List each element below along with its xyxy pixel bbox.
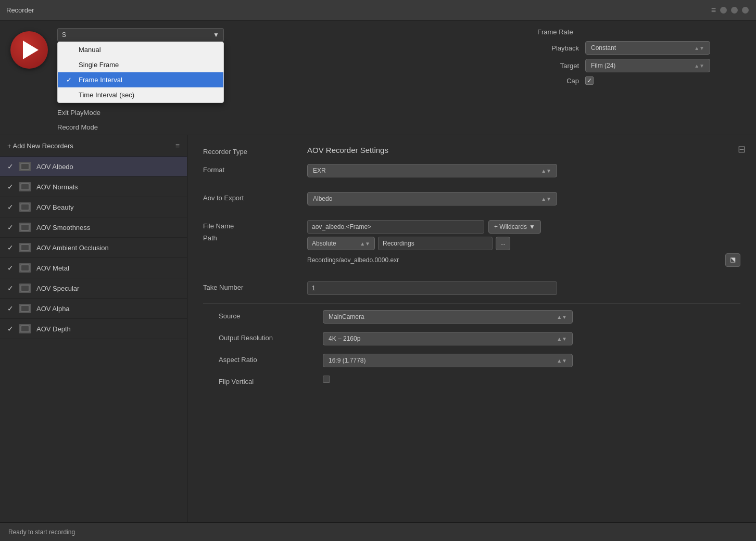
take-number-input[interactable]: [307, 281, 557, 295]
target-dropdown[interactable]: Film (24) ▲▼: [585, 59, 710, 72]
playback-arrow: ▲▼: [694, 45, 704, 51]
dropdown-item-manual[interactable]: Manual: [58, 42, 223, 57]
aov-export-value-area: Albedo ▲▼: [307, 192, 740, 205]
flip-vertical-value-area: [323, 376, 740, 383]
recorder-checkbox[interactable]: ✓: [7, 304, 14, 313]
status-bar: Ready to start recording: [0, 522, 756, 541]
recorder-label: AOV Alpha: [36, 305, 70, 313]
svg-rect-11: [21, 265, 29, 270]
settings-icon[interactable]: ⊟: [738, 144, 746, 155]
playback-label: Playback: [537, 44, 579, 52]
recorder-item[interactable]: ✓ AOV Albedo: [0, 157, 187, 177]
dropdown-item-frame-interval[interactable]: ✓ Frame Interval: [58, 72, 223, 87]
source-value-area: MainCamera ▲▼: [323, 310, 740, 324]
wildcards-button[interactable]: + Wildcards ▼: [488, 220, 541, 234]
browse-button[interactable]: ...: [496, 237, 510, 250]
take-number-label: Take Number: [203, 281, 307, 291]
main-content: + Add New Recorders ≡ ✓ AOV Albedo ✓ AOV: [0, 135, 756, 522]
dropdown-label-manual: Manual: [79, 46, 101, 54]
cap-row: Cap ✓: [537, 76, 735, 85]
recorder-item[interactable]: ✓ AOV Specular: [0, 278, 187, 299]
take-number-row: Take Number: [203, 281, 740, 295]
recorder-checkbox[interactable]: ✓: [7, 243, 14, 252]
source-label: Source: [219, 310, 323, 320]
flip-vertical-checkbox[interactable]: [323, 376, 330, 383]
exit-playmode-label: Exit PlayMode: [57, 107, 100, 119]
recorder-checkbox[interactable]: ✓: [7, 162, 14, 171]
recorder-item[interactable]: ✓ AOV Metal: [0, 258, 187, 278]
full-path-text: Recordings/aov_albedo.0000.exr: [307, 256, 722, 264]
recorder-checkbox[interactable]: ✓: [7, 264, 14, 272]
title-bar: Recorder ≡: [0, 0, 756, 21]
wildcards-arrow: ▼: [529, 223, 535, 230]
file-name-row: File Name Path + Wildcards ▼ Absolute ▲▼: [203, 220, 740, 267]
recorder-checkbox[interactable]: ✓: [7, 223, 14, 231]
dropdown-item-time-interval[interactable]: Time Interval (sec): [58, 87, 223, 102]
recorder-list: ✓ AOV Albedo ✓ AOV Normals ✓: [0, 157, 187, 339]
output-resolution-dropdown[interactable]: 4K – 2160p ▲▼: [323, 332, 573, 345]
recorder-item[interactable]: ✓ AOV Beauty: [0, 197, 187, 217]
record-mode-input-display[interactable]: S ▼: [57, 28, 224, 42]
file-name-input[interactable]: [307, 220, 484, 234]
cap-check-icon: ✓: [587, 77, 592, 84]
target-label: Target: [537, 62, 579, 70]
recorder-label: AOV Normals: [36, 183, 78, 191]
dropdown-item-single-frame[interactable]: Single Frame: [58, 57, 223, 72]
recorder-checkbox[interactable]: ✓: [7, 203, 14, 211]
aspect-ratio-dropdown[interactable]: 16:9 (1.7778) ▲▼: [323, 354, 573, 367]
path-type-dropdown[interactable]: Absolute ▲▼: [307, 237, 375, 250]
aov-export-row: Aov to Export Albedo ▲▼: [203, 192, 740, 205]
source-arrow: ▲▼: [557, 314, 567, 320]
close-button[interactable]: [742, 7, 749, 14]
output-resolution-arrow: ▲▼: [557, 336, 567, 342]
add-new-recorders-label[interactable]: + Add New Recorders: [7, 142, 73, 150]
playback-value: Constant: [591, 44, 616, 51]
aov-export-arrow: ▲▼: [541, 196, 551, 202]
file-name-input-row: + Wildcards ▼: [307, 220, 740, 234]
recorder-item[interactable]: ✓ AOV Smoothness: [0, 217, 187, 238]
aspect-ratio-row: Aspect Ratio 16:9 (1.7778) ▲▼: [219, 354, 740, 367]
output-resolution-row: Output Resolution 4K – 2160p ▲▼: [219, 332, 740, 345]
recorder-type-row: Recorder Type AOV Recorder Settings: [203, 146, 740, 156]
source-dropdown[interactable]: MainCamera ▲▼: [323, 310, 573, 324]
open-folder-button[interactable]: ⬔: [725, 253, 740, 267]
recorder-item[interactable]: ✓ AOV Alpha: [0, 299, 187, 319]
format-value-area: EXR ▲▼: [307, 164, 740, 177]
playback-dropdown[interactable]: Constant ▲▼: [585, 41, 710, 55]
aspect-ratio-value: 16:9 (1.7778): [329, 357, 366, 364]
menu-icon[interactable]: ≡: [711, 6, 716, 15]
format-dropdown[interactable]: EXR ▲▼: [307, 164, 557, 177]
play-button[interactable]: [10, 31, 48, 69]
path-type-arrow: ▲▼: [360, 241, 370, 247]
record-mode-value: S: [62, 31, 66, 38]
svg-rect-3: [21, 184, 29, 189]
wildcards-label: + Wildcards: [494, 223, 527, 230]
window-title: Recorder: [6, 6, 34, 14]
format-arrow: ▲▼: [541, 168, 551, 174]
recorder-checkbox[interactable]: ✓: [7, 325, 14, 333]
record-mode-area: S ▼ Manual Single Frame ✓ Frame In: [57, 28, 245, 133]
recorder-label: AOV Ambient Occlusion: [36, 244, 109, 252]
recorder-checkbox[interactable]: ✓: [7, 284, 14, 292]
aspect-ratio-label: Aspect Ratio: [219, 354, 323, 364]
source-row: Source MainCamera ▲▼: [219, 310, 740, 324]
frame-rate-section: Frame Rate Playback Constant ▲▼ Target F…: [537, 28, 735, 89]
recorder-item[interactable]: ✓ AOV Depth: [0, 319, 187, 339]
recorder-item[interactable]: ✓ AOV Ambient Occlusion: [0, 238, 187, 258]
svg-rect-17: [21, 326, 29, 331]
cap-checkbox[interactable]: ✓: [585, 76, 594, 85]
list-icon[interactable]: ≡: [175, 141, 180, 150]
maximize-button[interactable]: [731, 7, 738, 14]
path-value-input[interactable]: [378, 237, 493, 250]
aov-export-dropdown[interactable]: Albedo ▲▼: [307, 192, 557, 205]
minimize-button[interactable]: [720, 7, 727, 14]
recorder-checkbox[interactable]: ✓: [7, 183, 14, 191]
sidebar-header: + Add New Recorders ≡: [0, 135, 187, 157]
controls-middle: S ▼ Manual Single Frame ✓ Frame In: [57, 28, 245, 133]
recorder-label: AOV Beauty: [36, 203, 74, 211]
recorder-type-icon: [19, 182, 31, 191]
recorder-item[interactable]: ✓ AOV Normals: [0, 177, 187, 197]
format-value: EXR: [313, 167, 326, 174]
play-icon: [23, 41, 39, 59]
frame-rate-title: Frame Rate: [537, 28, 735, 36]
